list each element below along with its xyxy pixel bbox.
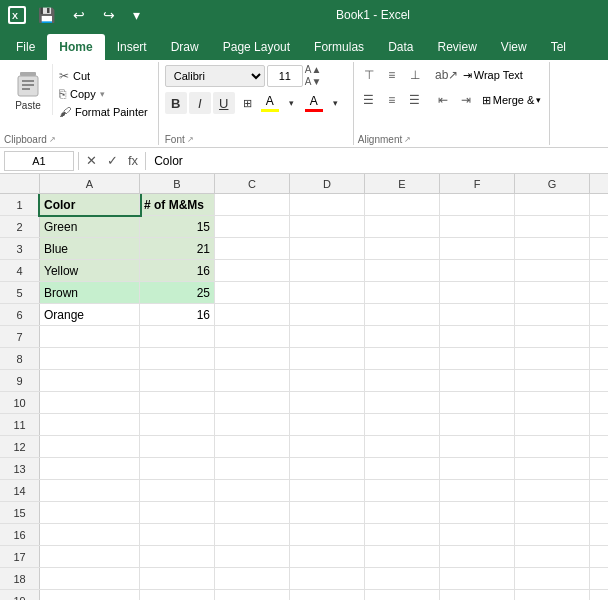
cell-a5[interactable]: Brown — [40, 282, 140, 303]
cell-d2[interactable] — [290, 216, 365, 237]
cell-g2[interactable] — [515, 216, 590, 237]
tab-review[interactable]: Review — [425, 34, 488, 60]
align-center-button[interactable]: ≡ — [381, 89, 403, 111]
col-header-g[interactable]: G — [515, 174, 590, 193]
font-decrease-button[interactable]: A▼ — [305, 76, 322, 88]
clipboard-expand-icon[interactable]: ↗ — [49, 135, 56, 144]
align-bottom-button[interactable]: ⊥ — [404, 64, 426, 86]
cell-h5[interactable] — [590, 282, 608, 303]
col-header-a[interactable]: A — [40, 174, 140, 193]
tab-insert[interactable]: Insert — [105, 34, 159, 60]
col-header-b[interactable]: B — [140, 174, 215, 193]
redo-button[interactable]: ↪ — [97, 5, 121, 25]
cell-c4[interactable] — [215, 260, 290, 281]
cell-a2[interactable]: Green — [40, 216, 140, 237]
row-num-15[interactable]: 15 — [0, 502, 40, 523]
cell-c2[interactable] — [215, 216, 290, 237]
col-header-h[interactable]: H — [590, 174, 608, 193]
cell-a3[interactable]: Blue — [40, 238, 140, 259]
row-num-4[interactable]: 4 — [0, 260, 40, 281]
formula-cancel-icon[interactable]: ✕ — [83, 152, 100, 169]
cell-d3[interactable] — [290, 238, 365, 259]
indent-increase-button[interactable]: ⇥ — [455, 89, 477, 111]
cell-b3[interactable]: 21 — [140, 238, 215, 259]
row-num-3[interactable]: 3 — [0, 238, 40, 259]
cell-g1[interactable] — [515, 194, 590, 215]
cell-e4[interactable] — [365, 260, 440, 281]
row-num-11[interactable]: 11 — [0, 414, 40, 435]
cell-a6[interactable]: Orange — [40, 304, 140, 325]
col-header-e[interactable]: E — [365, 174, 440, 193]
tab-page-layout[interactable]: Page Layout — [211, 34, 302, 60]
row-num-13[interactable]: 13 — [0, 458, 40, 479]
cell-f1[interactable] — [440, 194, 515, 215]
cell-b2[interactable]: 15 — [140, 216, 215, 237]
cell-c3[interactable] — [215, 238, 290, 259]
cell-g5[interactable] — [515, 282, 590, 303]
tab-file[interactable]: File — [4, 34, 47, 60]
font-name-select[interactable]: Calibri — [165, 65, 265, 87]
font-expand-icon[interactable]: ↗ — [187, 135, 194, 144]
align-top-button[interactable]: ⊤ — [358, 64, 380, 86]
name-box[interactable] — [4, 151, 74, 171]
row-num-2[interactable]: 2 — [0, 216, 40, 237]
copy-button[interactable]: ⎘ Copy ▾ — [55, 86, 152, 102]
cell-d6[interactable] — [290, 304, 365, 325]
tab-tel[interactable]: Tel — [539, 34, 578, 60]
align-middle-button[interactable]: ≡ — [381, 64, 403, 86]
cell-f5[interactable] — [440, 282, 515, 303]
tab-formulas[interactable]: Formulas — [302, 34, 376, 60]
bold-button[interactable]: B — [165, 92, 187, 114]
cell-f3[interactable] — [440, 238, 515, 259]
col-header-d[interactable]: D — [290, 174, 365, 193]
cell-b1[interactable]: # of M&Ms — [140, 194, 215, 215]
cell-c1[interactable] — [215, 194, 290, 215]
row-num-16[interactable]: 16 — [0, 524, 40, 545]
italic-button[interactable]: I — [189, 92, 211, 114]
cell-f4[interactable] — [440, 260, 515, 281]
cell-f2[interactable] — [440, 216, 515, 237]
row-num-10[interactable]: 10 — [0, 392, 40, 413]
cell-h3[interactable] — [590, 238, 608, 259]
align-left-button[interactable]: ☰ — [358, 89, 380, 111]
row-num-18[interactable]: 18 — [0, 568, 40, 589]
formula-function-icon[interactable]: fx — [125, 152, 141, 169]
row-num-6[interactable]: 6 — [0, 304, 40, 325]
cell-a4[interactable]: Yellow — [40, 260, 140, 281]
cell-a1[interactable]: Color — [40, 194, 140, 215]
merge-dropdown-icon[interactable]: ▾ — [536, 95, 541, 105]
cell-g3[interactable] — [515, 238, 590, 259]
cell-e6[interactable] — [365, 304, 440, 325]
border-button[interactable]: ⊞ — [237, 92, 259, 114]
more-commands-button[interactable]: ▾ — [127, 5, 146, 25]
row-num-7[interactable]: 7 — [0, 326, 40, 347]
cell-h6[interactable] — [590, 304, 608, 325]
cell-e2[interactable] — [365, 216, 440, 237]
save-button[interactable]: 💾 — [32, 5, 61, 25]
cell-g6[interactable] — [515, 304, 590, 325]
row-num-14[interactable]: 14 — [0, 480, 40, 501]
undo-button[interactable]: ↩ — [67, 5, 91, 25]
row-num-12[interactable]: 12 — [0, 436, 40, 457]
row-num-5[interactable]: 5 — [0, 282, 40, 303]
cell-d1[interactable] — [290, 194, 365, 215]
indent-decrease-button[interactable]: ⇤ — [432, 89, 454, 111]
cell-h1[interactable] — [590, 194, 608, 215]
cell-d4[interactable] — [290, 260, 365, 281]
cell-b4[interactable]: 16 — [140, 260, 215, 281]
cell-b6[interactable]: 16 — [140, 304, 215, 325]
fill-color-button[interactable]: A — [261, 94, 279, 112]
row-num-8[interactable]: 8 — [0, 348, 40, 369]
col-header-f[interactable]: F — [440, 174, 515, 193]
formula-input[interactable] — [150, 153, 604, 169]
row-num-1[interactable]: 1 — [0, 194, 40, 215]
cell-f6[interactable] — [440, 304, 515, 325]
cell-d5[interactable] — [290, 282, 365, 303]
align-right-button[interactable]: ☰ — [404, 89, 426, 111]
cell-e3[interactable] — [365, 238, 440, 259]
cell-a7[interactable] — [40, 326, 140, 347]
cell-g4[interactable] — [515, 260, 590, 281]
format-painter-button[interactable]: 🖌 Format Painter — [55, 104, 152, 120]
formula-confirm-icon[interactable]: ✓ — [104, 152, 121, 169]
copy-dropdown-arrow[interactable]: ▾ — [100, 89, 105, 99]
